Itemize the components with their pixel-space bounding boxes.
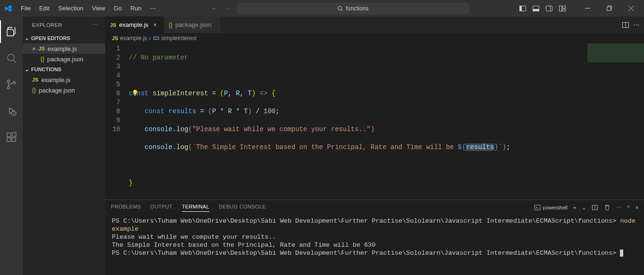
terminal-profile[interactable]: powershell bbox=[534, 204, 568, 211]
js-file-icon: JS bbox=[110, 22, 116, 28]
svg-rect-14 bbox=[607, 7, 611, 11]
svg-rect-8 bbox=[546, 6, 552, 11]
menu-edit[interactable]: Edit bbox=[35, 3, 53, 14]
tab-example-js[interactable]: JS example.js × bbox=[105, 17, 164, 33]
explorer-more-icon[interactable]: ⋯ bbox=[92, 22, 98, 28]
panel-tab-terminal[interactable]: TERMINAL bbox=[182, 204, 209, 212]
svg-rect-13 bbox=[585, 8, 590, 8]
search-icon bbox=[337, 6, 343, 11]
svg-point-0 bbox=[338, 6, 342, 10]
vscode-logo-icon bbox=[4, 4, 12, 13]
folder-section[interactable]: ⌄ FUNCTIONS bbox=[23, 64, 105, 75]
layout-sidebar-left-icon[interactable] bbox=[518, 3, 528, 14]
tab-bar: JS example.js × {} package.json ⋯ bbox=[105, 17, 644, 33]
tree-file-package[interactable]: {} package.json bbox=[23, 85, 105, 95]
more-actions-icon[interactable]: ⋯ bbox=[633, 21, 639, 28]
chevron-right-icon: › bbox=[149, 35, 151, 42]
svg-point-19 bbox=[8, 80, 10, 83]
json-file-icon: {} bbox=[169, 22, 173, 28]
menu-file[interactable]: File bbox=[17, 3, 34, 14]
split-editor-icon[interactable] bbox=[622, 21, 629, 29]
breadcrumb[interactable]: JS example.js › simpleInterest bbox=[105, 33, 644, 43]
open-editors-section[interactable]: ⌄ OPEN EDITORS bbox=[23, 33, 105, 43]
js-file-icon: JS bbox=[112, 35, 118, 41]
symbol-variable-icon bbox=[153, 35, 159, 42]
minimap[interactable] bbox=[587, 43, 644, 62]
tree-file-example[interactable]: JS example.js bbox=[23, 75, 105, 85]
nav-back-button[interactable]: ← bbox=[209, 3, 219, 14]
json-file-icon: {} bbox=[41, 56, 44, 62]
menu-go[interactable]: Go bbox=[110, 3, 125, 14]
menu-run[interactable]: Run bbox=[126, 3, 145, 14]
terminal-dropdown-icon[interactable]: ⌄ bbox=[582, 205, 586, 211]
window-close-button[interactable] bbox=[621, 1, 640, 16]
terminal-cursor bbox=[620, 250, 623, 257]
title-bar: File Edit Selection View Go Run ⋯ ← → fu… bbox=[0, 0, 644, 17]
svg-line-18 bbox=[13, 60, 16, 63]
nav-forward-button[interactable]: → bbox=[223, 3, 234, 14]
close-panel-icon[interactable]: × bbox=[636, 205, 638, 210]
svg-rect-12 bbox=[563, 9, 566, 11]
js-file-icon: JS bbox=[32, 77, 38, 83]
breadcrumb-symbol[interactable]: simpleInterest bbox=[161, 35, 197, 42]
maximize-panel-icon[interactable]: ^ bbox=[627, 205, 629, 210]
search-placeholder: functions bbox=[346, 5, 368, 12]
close-icon[interactable]: × bbox=[32, 45, 36, 52]
tab-label: example.js bbox=[119, 21, 148, 28]
svg-rect-10 bbox=[560, 6, 562, 11]
menu-selection[interactable]: Selection bbox=[54, 3, 87, 14]
command-center-search[interactable]: functions bbox=[237, 3, 468, 14]
code-content[interactable]: // No parameter const simpleInterest = (… bbox=[129, 43, 510, 200]
activity-bar bbox=[0, 17, 23, 275]
file-label: package.json bbox=[39, 87, 75, 94]
panel-tab-debug[interactable]: DEBUG CONSOLE bbox=[219, 204, 266, 211]
menu-view[interactable]: View bbox=[88, 3, 109, 14]
svg-rect-25 bbox=[12, 138, 16, 142]
panel-more-icon[interactable]: ⋯ bbox=[616, 205, 621, 211]
activity-source-control[interactable] bbox=[0, 73, 23, 96]
line-numbers: 12345678910 bbox=[105, 43, 129, 200]
svg-rect-23 bbox=[7, 133, 11, 137]
explorer-title: EXPLORER bbox=[32, 22, 62, 28]
svg-rect-24 bbox=[7, 138, 11, 142]
layout-sidebar-right-icon[interactable] bbox=[544, 3, 554, 14]
menu-overflow[interactable]: ⋯ bbox=[146, 3, 160, 14]
editor-group: JS example.js × {} package.json ⋯ JS exa… bbox=[105, 17, 644, 275]
svg-rect-29 bbox=[154, 37, 159, 39]
file-label: example.js bbox=[41, 76, 70, 83]
tab-label: package.json bbox=[176, 21, 212, 28]
lightbulb-icon[interactable]: 💡 bbox=[132, 89, 139, 98]
code-editor[interactable]: 12345678910 💡 // No parameter const simp… bbox=[105, 43, 644, 200]
close-icon[interactable]: × bbox=[151, 21, 159, 29]
kill-terminal-icon[interactable] bbox=[604, 204, 611, 211]
open-editor-example[interactable]: × JS example.js bbox=[23, 43, 105, 54]
js-file-icon: JS bbox=[39, 46, 45, 51]
panel-tab-output[interactable]: OUTPUT bbox=[151, 204, 173, 211]
bottom-panel: PROBLEMS OUTPUT TERMINAL DEBUG CONSOLE p… bbox=[105, 200, 644, 275]
panel-tab-problems[interactable]: PROBLEMS bbox=[111, 204, 141, 211]
activity-debug[interactable] bbox=[0, 100, 23, 122]
new-terminal-button[interactable]: + bbox=[573, 205, 576, 210]
svg-point-20 bbox=[8, 87, 10, 89]
activity-search[interactable] bbox=[0, 47, 23, 69]
terminal[interactable]: PS C:\Users\Tuham Web\OneDrive\Desktop\S… bbox=[105, 215, 644, 275]
activity-explorer[interactable] bbox=[0, 20, 23, 43]
customize-layout-icon[interactable] bbox=[557, 3, 568, 14]
svg-point-21 bbox=[13, 82, 16, 84]
layout-panel-bottom-icon[interactable] bbox=[531, 3, 541, 14]
tab-package-json[interactable]: {} package.json bbox=[164, 17, 221, 33]
activity-extensions[interactable] bbox=[0, 126, 23, 149]
chevron-down-icon: ⌄ bbox=[25, 66, 29, 73]
explorer-sidebar: EXPLORER ⋯ ⌄ OPEN EDITORS × JS example.j… bbox=[23, 17, 105, 275]
split-terminal-icon[interactable] bbox=[592, 204, 598, 211]
svg-point-17 bbox=[8, 54, 14, 61]
svg-rect-7 bbox=[533, 9, 539, 11]
breadcrumb-file[interactable]: example.js bbox=[120, 35, 147, 42]
open-editor-package[interactable]: {} package.json bbox=[23, 54, 105, 64]
window-minimize-button[interactable] bbox=[578, 1, 597, 16]
svg-line-1 bbox=[341, 9, 343, 11]
file-label: package.json bbox=[47, 56, 84, 63]
svg-point-22 bbox=[11, 111, 16, 116]
json-file-icon: {} bbox=[32, 87, 36, 93]
window-maximize-button[interactable] bbox=[600, 1, 619, 16]
